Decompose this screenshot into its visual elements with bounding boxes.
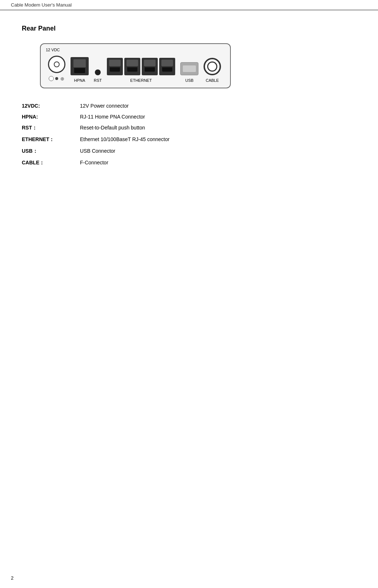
desc-def-2: Reset-to-Default push button (80, 125, 145, 131)
rj45-top-2 (126, 60, 138, 66)
power-connector-icon (48, 56, 65, 73)
page-number: 2 (11, 575, 13, 581)
desc-def-1: RJ-11 Home PNA Connector (80, 114, 145, 120)
usb-label: USB (185, 78, 194, 83)
usb-connector-icon (180, 62, 198, 75)
usb-section: USB (180, 62, 198, 83)
usb-inner (183, 65, 196, 72)
rj45-opening-2 (127, 67, 137, 72)
sub-circle-filled-icon (55, 77, 58, 80)
desc-row-0: 12VDC: 12V Power connector (22, 103, 356, 109)
ethernet-label: ETHERNET (130, 78, 152, 83)
ethernet-ports (107, 58, 175, 75)
rj45-top-1 (109, 60, 121, 66)
desc-term-0: 12VDC: (22, 103, 80, 109)
desc-def-5: F-Connector (80, 160, 108, 165)
description-table: 12VDC: 12V Power connector HPNA: RJ-11 H… (22, 103, 356, 166)
vdc-label: 12 VDC (46, 48, 60, 52)
cable-inner-ring (207, 61, 217, 72)
desc-row-3: ETHERNET： Ethernet 10/100BaseT RJ-45 con… (22, 136, 356, 143)
usb-icon-area (180, 62, 198, 75)
panel-connectors-row: ⊕ HPNA (48, 56, 221, 83)
desc-term-2: RST： (22, 125, 80, 131)
rj45-top-3 (144, 60, 156, 66)
hpna-label: HPNA (74, 78, 85, 83)
hpna-section: HPNA (71, 57, 89, 83)
desc-def-0: 12V Power connector (80, 103, 129, 109)
rj11-connector-icon (71, 57, 89, 75)
rj11-clip (73, 59, 86, 67)
desc-term-5: CABLE： (22, 160, 80, 166)
rear-panel-diagram: 12 VDC ⊕ (40, 43, 231, 88)
header-title: Cable Modem User's Manual (11, 2, 72, 8)
cable-connector-icon (204, 58, 221, 75)
header-bar: Cable Modem User's Manual (0, 0, 378, 10)
sub-circle-outline-icon (49, 76, 54, 81)
sub-cross-icon: ⊕ (60, 76, 65, 81)
desc-def-3: Ethernet 10/100BaseT RJ-45 connector (80, 136, 169, 142)
rj45-opening-4 (162, 67, 172, 72)
rj11-opening (74, 68, 85, 73)
desc-term-3: ETHERNET： (22, 136, 80, 143)
rj45-port-1 (107, 58, 123, 75)
desc-term-1: HPNA: (22, 114, 80, 120)
cable-label: CABLE (206, 78, 219, 83)
power-sub-icons: ⊕ (49, 76, 65, 81)
rj45-port-3 (142, 58, 158, 75)
rj45-opening-1 (110, 67, 120, 72)
desc-row-2: RST： Reset-to-Default push button (22, 125, 356, 131)
cable-section: CABLE (204, 58, 221, 83)
rj45-port-2 (124, 58, 140, 75)
rst-section: RST (94, 69, 102, 83)
main-content: Rear Panel 12 VDC ⊕ (0, 10, 378, 186)
rst-icon-area (95, 69, 101, 85)
desc-def-4: USB Connector (80, 148, 115, 154)
power-connector-section: ⊕ (48, 56, 65, 83)
rst-button-icon (95, 69, 101, 75)
power-icon-area: ⊕ (48, 56, 65, 81)
rj45-opening-3 (145, 67, 155, 72)
ethernet-section: ETHERNET (107, 58, 175, 83)
ethernet-icon-area (107, 58, 175, 75)
desc-row-5: CABLE： F-Connector (22, 160, 356, 166)
desc-row-1: HPNA: RJ-11 Home PNA Connector (22, 114, 356, 120)
section-title: Rear Panel (22, 25, 356, 32)
power-inner-ring (54, 61, 60, 67)
rst-label: RST (94, 78, 102, 83)
rj45-top-4 (161, 60, 173, 66)
hpna-icon-area (71, 57, 89, 75)
desc-row-4: USB： USB Connector (22, 148, 356, 155)
desc-term-4: USB： (22, 148, 80, 155)
cable-icon-area (204, 58, 221, 75)
rj45-port-4 (159, 58, 175, 75)
